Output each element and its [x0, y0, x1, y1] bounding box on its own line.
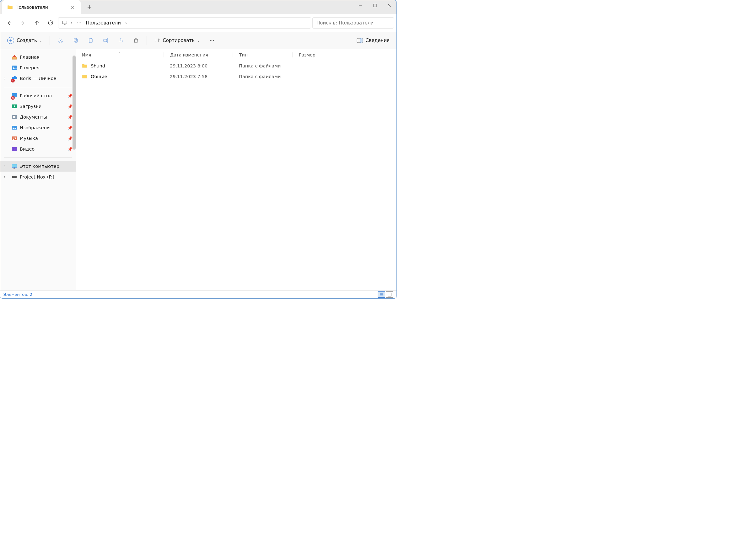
svg-rect-33 [388, 293, 391, 296]
svg-rect-23 [12, 126, 17, 129]
svg-point-2 [77, 23, 78, 23]
details-pane-icon [357, 38, 363, 43]
details-pane-button[interactable]: Сведения [354, 35, 393, 46]
arrow-up-icon [34, 20, 40, 26]
more-button[interactable] [206, 35, 218, 46]
folder-icon [82, 74, 87, 79]
trash-icon [133, 38, 139, 43]
view-details-button[interactable] [378, 291, 385, 298]
file-rows: Shund 29.11.2023 8:00 Папка с файлами Об… [76, 61, 397, 290]
minimize-button[interactable] [353, 0, 368, 10]
sidebar-item-music[interactable]: Музыка 📌 [0, 133, 76, 144]
sidebar-item-pictures[interactable]: Изображени 📌 [0, 122, 76, 133]
search-placeholder: Поиск в: Пользователи [317, 20, 374, 26]
chevron-right-icon: › [4, 76, 6, 81]
home-icon [12, 54, 17, 60]
sidebar-item-drive-f[interactable]: › Project Nox (F:) [0, 172, 76, 182]
sidebar-item-downloads[interactable]: Загрузки 📌 [0, 101, 76, 112]
documents-icon [12, 114, 17, 120]
svg-rect-22 [13, 116, 15, 118]
sidebar-item-videos[interactable]: Видео 📌 [0, 144, 76, 154]
refresh-button[interactable] [44, 16, 57, 29]
copy-button[interactable] [69, 35, 82, 46]
maximize-button[interactable] [368, 0, 382, 10]
svg-rect-0 [374, 4, 376, 7]
window-controls [353, 0, 397, 10]
arrow-left-icon [6, 20, 12, 26]
chevron-right-icon[interactable]: › [70, 21, 74, 26]
pin-icon: 📌 [68, 115, 73, 120]
sidebar-item-gallery[interactable]: Галерея [0, 63, 76, 73]
file-row[interactable]: Shund 29.11.2023 8:00 Папка с файлами [76, 61, 397, 71]
back-button[interactable] [3, 16, 15, 29]
svg-rect-11 [104, 39, 107, 42]
folder-icon [7, 4, 13, 10]
this-pc-icon[interactable] [61, 19, 68, 27]
svg-point-14 [213, 40, 214, 41]
plus-circle-icon: + [7, 37, 14, 44]
tab-title: Пользователи [15, 5, 66, 10]
column-date[interactable]: Дата изменения [163, 52, 233, 57]
status-bar: Элементов: 2 [0, 290, 397, 298]
sidebar-item-onedrive[interactable]: › ✕ Boris — Личное [0, 73, 76, 84]
create-button[interactable]: + Создать ⌄ [4, 35, 45, 46]
pin-icon: 📌 [68, 125, 73, 130]
cut-button[interactable] [54, 35, 67, 46]
search-input[interactable]: Поиск в: Пользователи [312, 17, 394, 29]
chevron-right-icon[interactable]: › [124, 21, 128, 26]
view-large-button[interactable] [386, 291, 393, 298]
rename-icon [103, 38, 109, 43]
svg-point-32 [16, 176, 16, 177]
tab-current[interactable]: Пользователи [2, 0, 81, 14]
share-button[interactable] [115, 35, 127, 46]
separator [49, 36, 50, 45]
arrow-right-icon [20, 20, 26, 26]
column-size[interactable]: Размер [292, 52, 330, 57]
folder-icon [82, 63, 87, 69]
svg-rect-7 [74, 38, 77, 41]
svg-point-18 [13, 67, 14, 68]
tab-close-button[interactable] [68, 3, 77, 12]
error-badge-icon: ✕ [11, 96, 15, 100]
close-icon [71, 5, 74, 9]
sidebar-item-this-pc[interactable]: › Этот компьютер [0, 161, 76, 172]
breadcrumb-current[interactable]: Пользователи [84, 20, 123, 26]
file-row[interactable]: Общие 29.11.2023 7:58 Папка с файлами [76, 71, 397, 82]
plus-icon [87, 5, 92, 9]
more-icon [209, 38, 215, 43]
monitor-icon [12, 163, 17, 169]
sidebar-item-home[interactable]: Главная [0, 52, 76, 63]
svg-point-27 [15, 138, 16, 139]
delete-button[interactable] [129, 35, 142, 46]
new-tab-button[interactable] [83, 1, 96, 13]
svg-rect-1 [63, 21, 67, 24]
chevron-right-icon: › [4, 175, 6, 179]
close-icon [387, 3, 391, 7]
sidebar-item-desktop[interactable]: ✕ Рабочий стол 📌 [0, 90, 76, 101]
sidebar-item-documents[interactable]: Документы 📌 [0, 112, 76, 122]
scissors-icon [58, 38, 64, 43]
grid-view-icon [388, 293, 392, 296]
paste-button[interactable] [84, 35, 97, 46]
chevron-down-icon: ⌄ [197, 39, 200, 42]
status-text: Элементов: 2 [3, 292, 32, 297]
chevron-right-icon: › [4, 164, 6, 168]
rename-button[interactable] [100, 35, 112, 46]
svg-rect-16 [360, 38, 363, 43]
column-type[interactable]: Тип [233, 52, 292, 57]
close-window-button[interactable] [382, 0, 397, 10]
refresh-icon [48, 20, 53, 26]
file-list: Имя ˄ Дата изменения Тип Размер Shund 29… [76, 49, 397, 290]
music-icon [12, 135, 17, 141]
more-icon[interactable] [75, 19, 83, 27]
videos-icon [12, 146, 17, 152]
up-button[interactable] [31, 16, 43, 29]
copy-icon [73, 38, 78, 43]
column-name[interactable]: Имя ˄ [76, 52, 163, 57]
svg-point-3 [78, 23, 79, 23]
svg-rect-9 [89, 39, 92, 43]
sort-button[interactable]: Сортировать ⌄ [151, 35, 203, 46]
pictures-icon [12, 125, 17, 130]
forward-button[interactable] [16, 16, 29, 29]
breadcrumb[interactable]: › Пользователи › [58, 17, 311, 29]
